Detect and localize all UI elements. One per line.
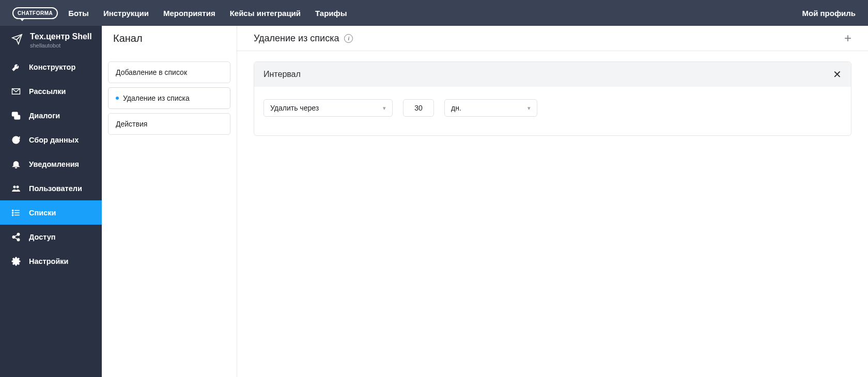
bot-header[interactable]: Тех.центр Shell shellautobot xyxy=(0,26,102,55)
info-icon[interactable]: i xyxy=(344,34,353,43)
sidebar-item-label: Диалоги xyxy=(29,112,60,120)
svg-point-2 xyxy=(13,185,16,188)
sidebar-item-label: Списки xyxy=(29,209,56,217)
sidebar-item-users[interactable]: Пользователи xyxy=(0,176,102,200)
interval-card: Интервал ✕ Удалить через ▾ дн. ▾ xyxy=(254,61,851,136)
sidebar-item-dialogs[interactable]: Диалоги xyxy=(0,103,102,128)
wrench-icon xyxy=(11,62,21,72)
unit-select[interactable]: дн. ▾ xyxy=(444,99,537,117)
channel-item-actions[interactable]: Действия xyxy=(108,113,230,135)
bot-title: Тех.центр Shell xyxy=(30,32,92,41)
bell-icon xyxy=(11,160,21,169)
svg-line-13 xyxy=(14,234,17,236)
refresh-icon xyxy=(11,135,21,145)
channel-item-label: Добавление в список xyxy=(116,68,187,76)
sidebar-item-data[interactable]: Сбор данных xyxy=(0,128,102,152)
sidebar-item-notifications[interactable]: Уведомления xyxy=(0,152,102,176)
sidebar-item-constructor[interactable]: Конструктор xyxy=(0,55,102,79)
sidebar-item-access[interactable]: Доступ xyxy=(0,225,102,249)
users-icon xyxy=(11,184,21,193)
sidebar-item-mailings[interactable]: Рассылки xyxy=(0,79,102,103)
bot-sub: shellautobot xyxy=(30,42,92,49)
svg-point-3 xyxy=(17,185,19,188)
channel-item-add[interactable]: Добавление в список xyxy=(108,61,230,83)
svg-point-7 xyxy=(12,210,13,211)
svg-rect-1 xyxy=(14,115,20,119)
main-header: Удаление из списка i + xyxy=(237,26,868,51)
active-dot-icon xyxy=(116,97,119,100)
sidebar-item-settings[interactable]: Настройки xyxy=(0,249,102,273)
chevron-down-icon: ▾ xyxy=(528,105,531,112)
channel-item-label: Удаление из списка xyxy=(123,94,190,102)
sidebar-item-lists[interactable]: Списки xyxy=(0,200,102,225)
profile-link[interactable]: Мой профиль xyxy=(802,9,856,18)
logo[interactable]: CHATFORMA xyxy=(12,7,58,19)
add-button[interactable]: + xyxy=(844,31,851,45)
mail-icon xyxy=(11,87,21,96)
sidebar-item-label: Настройки xyxy=(29,257,69,265)
sidebar-item-label: Сбор данных xyxy=(29,136,79,144)
telegram-icon xyxy=(11,34,23,47)
nav-cases[interactable]: Кейсы интеграций xyxy=(230,9,301,18)
channel-title: Канал xyxy=(113,33,143,44)
share-icon xyxy=(11,232,21,242)
card-title: Интервал xyxy=(264,70,301,79)
nav-events[interactable]: Мероприятия xyxy=(163,9,215,18)
interval-value-input[interactable] xyxy=(403,99,434,117)
close-icon[interactable]: ✕ xyxy=(833,69,842,80)
nav-instructions[interactable]: Инструкции xyxy=(103,9,149,18)
gear-icon xyxy=(11,257,21,266)
action-select[interactable]: Удалить через ▾ xyxy=(264,99,393,117)
logo-text: CHATFORMA xyxy=(12,7,58,19)
channel-column: Канал Добавление в список Удаление из сп… xyxy=(102,26,237,377)
page-title: Удаление из списка xyxy=(254,33,339,44)
channel-item-label: Действия xyxy=(116,120,147,128)
svg-point-9 xyxy=(12,214,13,215)
topnav-links: Боты Инструкции Мероприятия Кейсы интегр… xyxy=(68,9,347,18)
nav-tariffs[interactable]: Тарифы xyxy=(315,9,347,18)
unit-select-value: дн. xyxy=(451,104,461,112)
sidebar-item-label: Пользователи xyxy=(29,184,82,193)
chat-icon xyxy=(11,111,21,120)
nav-bots[interactable]: Боты xyxy=(68,9,89,18)
top-nav: CHATFORMA Боты Инструкции Мероприятия Ке… xyxy=(0,0,868,26)
sidebar-item-label: Доступ xyxy=(29,233,56,241)
channel-item-remove[interactable]: Удаление из списка xyxy=(108,87,230,109)
main-panel: Удаление из списка i + Интервал ✕ Удалит… xyxy=(237,26,868,377)
sidebar: Тех.центр Shell shellautobot Конструктор… xyxy=(0,26,102,377)
action-select-value: Удалить через xyxy=(270,104,319,112)
svg-point-10 xyxy=(17,233,20,235)
svg-point-11 xyxy=(12,235,15,238)
chevron-down-icon: ▾ xyxy=(383,105,386,112)
list-icon xyxy=(11,208,21,217)
svg-line-14 xyxy=(14,238,17,239)
svg-point-8 xyxy=(12,212,13,213)
sidebar-item-label: Рассылки xyxy=(29,87,66,96)
svg-point-12 xyxy=(17,239,20,241)
sidebar-item-label: Конструктор xyxy=(29,63,75,71)
sidebar-item-label: Уведомления xyxy=(29,160,79,168)
